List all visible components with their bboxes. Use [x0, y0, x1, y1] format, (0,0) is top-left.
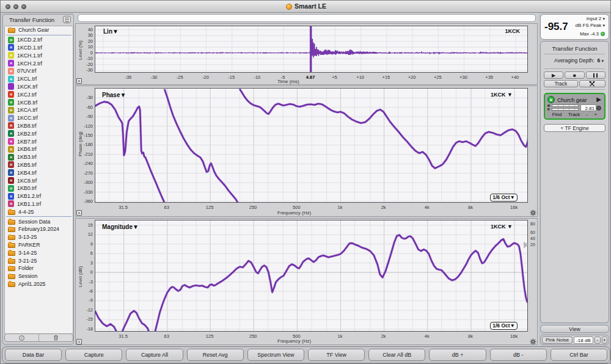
sidebar-item-1kb6-trf[interactable]: ×1KB6.trf [5, 145, 73, 153]
level-minus-button[interactable]: - [595, 337, 601, 344]
phase-octave-smoothing-dropdown[interactable]: 1/6 Oct▼ [490, 194, 518, 202]
tf-view-button[interactable]: TF View [308, 349, 365, 361]
coherence-threshold-marker[interactable] [524, 242, 529, 248]
sidebar-item-1kca-trf[interactable]: ×1KCA.trf [5, 106, 73, 114]
add-tf-engine-button[interactable]: + TF Engine [544, 124, 606, 132]
sidebar-item-1kb8-trf[interactable]: ×1KB8.trf [5, 122, 73, 130]
clear-all-db-button[interactable]: Clear All dB [368, 349, 425, 361]
sidebar-item-1kc9-trf[interactable]: ×1KC9.trf [5, 177, 73, 184]
sidebar-item-1kch-1-trf[interactable]: ×1KCH.1.trf [5, 51, 73, 59]
impulse-trace-label[interactable]: 1KCK [505, 28, 520, 34]
pause-icon [593, 73, 598, 78]
x-tick-label: -10 [247, 75, 268, 80]
phase-trace-dropdown[interactable]: 1KCK ▼ [491, 92, 513, 98]
delay-plus-button[interactable]: + [594, 112, 597, 117]
delay-minus-button[interactable]: - [587, 112, 588, 117]
sidebar-item-1kb2-trf[interactable]: ×1KB2.trf [5, 129, 73, 137]
tf-engine-church-gear[interactable]: × Church gear ▶ M R 2.81 Find Track - + [544, 93, 606, 120]
sidebar-item-1kcd-2-trf[interactable]: ×1KCD.2.trf [5, 36, 73, 44]
sidebar-item-1kb3-trf[interactable]: ×1KB3.trf [5, 153, 73, 161]
sidebar-item-1kcl-trf[interactable]: ×1KCL.trf [5, 75, 73, 83]
sidebar-item-3-13-25[interactable]: 3-13-25 [5, 233, 73, 241]
y-tick-label: -6 [81, 288, 93, 294]
trf-file-icon: × [8, 138, 14, 145]
averaging-depth-control[interactable]: Averaging Depth: 6 ▾ [541, 57, 604, 64]
impulse-plot[interactable] [95, 26, 528, 73]
pane-settings-gear-icon[interactable] [530, 209, 536, 216]
impulse-type-dropdown[interactable]: Lin▼ [103, 28, 119, 35]
sidebar-item-1kcj-trf[interactable]: ×1KCJ.trf [5, 90, 73, 98]
delay-value-field[interactable]: 2.81 [580, 104, 596, 111]
sidebar-item-1kch-2-trf[interactable]: ×1KCH.2.trf [5, 59, 73, 67]
sidebar-item-session-data[interactable]: Session Data [5, 217, 73, 225]
play-button[interactable]: ▶ [544, 71, 563, 79]
find-button[interactable]: Find [552, 112, 562, 117]
sidebar-item-label: 1KCB.trf [17, 100, 37, 106]
sidebar-item-label: 1KB3.trf [17, 154, 37, 160]
capture-all-button[interactable]: Capture All [126, 349, 183, 361]
engine-play-icon[interactable]: ▶ [596, 96, 601, 103]
magnitude-trace-dropdown[interactable]: 1KCK ▼ [491, 224, 513, 230]
trf-file-icon: × [8, 52, 14, 59]
tools-button[interactable] [579, 80, 606, 87]
sidebar-item-february19-2024[interactable]: February19.2024 [5, 225, 73, 233]
sidebar-item-1kb1-1-trf[interactable]: ×1KB1.1.trf [5, 200, 73, 208]
data-bar-button[interactable]: Data Bar [5, 349, 62, 361]
pane-settings-gear-icon[interactable] [530, 338, 536, 345]
sidebar-item-1kb0-trf[interactable]: ×1KB0.trf [5, 184, 73, 192]
track-button[interactable]: Track [544, 80, 578, 87]
sidebar-item-1kb7-trf[interactable]: ×1KB7.trf [5, 137, 73, 145]
sidebar-item-1kck-trf[interactable]: 1KCK.trf [5, 83, 73, 91]
folder-icon [8, 28, 15, 33]
sidebar-item-3-21-25[interactable]: 3-21-25 [5, 257, 73, 264]
pause-button[interactable] [586, 71, 606, 79]
sidebar-item-07uv-trf[interactable]: ×07UV.trf [5, 67, 73, 75]
db-+-button[interactable]: dB + [429, 349, 486, 361]
sidebar-item-parker[interactable]: PARKER [5, 241, 73, 249]
capture-button[interactable]: Capture [65, 349, 122, 361]
ctrl-bar-button[interactable]: Ctrl Bar [551, 349, 607, 361]
sidebar-item-1kb5-trf[interactable]: ×1KB5.trf [5, 161, 73, 169]
y-tick-label: -15 [81, 316, 93, 322]
y-tick-label: 3 [81, 260, 93, 266]
meter-unit-dropdown[interactable]: dB FS Peak ▾ [576, 23, 605, 28]
sidebar-item-4-4-25[interactable]: 4-4-25 [5, 208, 73, 216]
db---button[interactable]: dB - [490, 349, 547, 361]
sidebar-menu-icon[interactable] [63, 16, 71, 23]
stop-button[interactable]: ■ [565, 71, 584, 79]
input-select-dropdown[interactable]: Input 2 ▾ [587, 16, 605, 21]
sidebar-item-1kcd-1-trf[interactable]: ×1KCD.1.trf [5, 44, 73, 52]
phase-plot[interactable] [95, 88, 528, 203]
level-plus-button[interactable]: + [602, 337, 608, 344]
sidebar-item-church-gear[interactable]: Church Gear [5, 26, 73, 34]
magnitude-plot[interactable] [95, 220, 528, 332]
view-button[interactable]: View [540, 325, 609, 333]
sidebar-item-1kcb-trf[interactable]: ×1KCB.trf [5, 98, 73, 106]
trace-color-badge[interactable]: × [547, 96, 555, 103]
sidebar-file-list[interactable]: Church Gear×1KCD.2.trf×1KCD.1.trf×1KCH.1… [4, 26, 73, 334]
x-tick-label: 1k [330, 205, 351, 210]
magnitude-type-dropdown[interactable]: Magnitude▼ [102, 224, 139, 230]
y-tick-label: -120 [81, 123, 93, 129]
title-bar[interactable]: Smaart LE [1, 1, 611, 13]
phase-type-dropdown[interactable]: Phase▼ [102, 92, 126, 98]
engine-track-button[interactable]: Track [568, 112, 580, 117]
close-pane-icon[interactable]: × [76, 339, 82, 344]
close-pane-icon[interactable]: × [76, 210, 82, 216]
sidebar-item-session[interactable]: Session [5, 272, 73, 280]
sidebar-item-april1-2025[interactable]: April1.2025 [5, 280, 73, 288]
pink-noise-button[interactable]: Pink Noise [542, 337, 573, 344]
sidebar-item-1kcc-trf[interactable]: ×1KCC.trf [5, 114, 73, 122]
sidebar-item-1kb4-trf[interactable]: ×1KB4.trf [5, 169, 73, 177]
list-divider [6, 35, 71, 35]
sidebar-item-1kb1-2-trf[interactable]: ×1KB1.2.trf [5, 192, 73, 200]
close-pane-icon[interactable]: × [76, 78, 82, 84]
spectrum-view-button[interactable]: Spectrum View [247, 349, 304, 361]
magnitude-octave-smoothing-dropdown[interactable]: 1/6 Oct▼ [490, 322, 518, 330]
sidebar-item-folder[interactable]: Folder [5, 264, 73, 272]
info-button[interactable]: i [5, 334, 39, 341]
x-tick-label: 8k [460, 333, 481, 339]
delete-button[interactable] [39, 334, 73, 341]
reset-avg-button[interactable]: Reset Avg [187, 349, 244, 361]
sidebar-item-3-14-25[interactable]: 3-14-25 [5, 249, 73, 257]
